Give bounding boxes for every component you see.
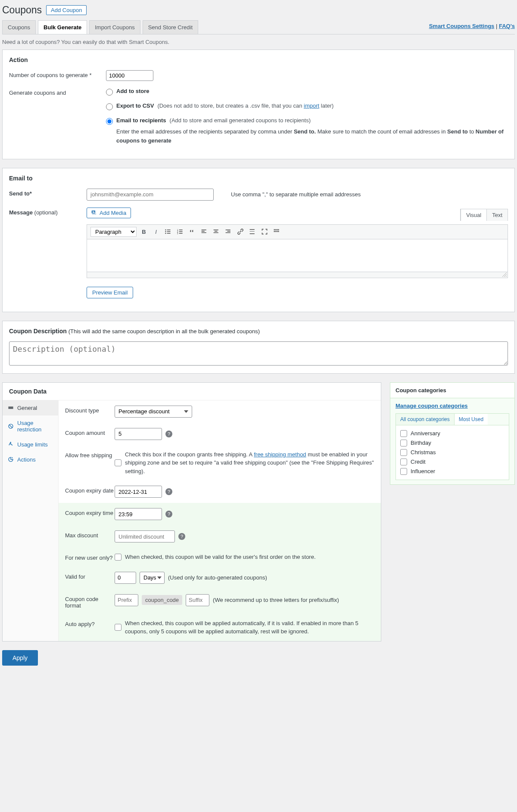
free-shipping-link[interactable]: free shipping method: [254, 451, 306, 458]
fullscreen-icon[interactable]: [260, 227, 269, 236]
cat-tab-most-used[interactable]: Most Used: [455, 414, 488, 425]
help-icon[interactable]: ?: [165, 511, 172, 518]
category-checkbox[interactable]: [400, 468, 407, 475]
category-label: Anniversary: [411, 430, 440, 437]
expiry-time-input[interactable]: [115, 508, 162, 520]
add-media-button[interactable]: Add Media: [87, 208, 131, 218]
valid-for-number-input[interactable]: [115, 572, 136, 584]
category-checkbox[interactable]: [400, 459, 407, 465]
max-discount-input[interactable]: [115, 530, 175, 542]
bullet-list-icon[interactable]: [163, 227, 173, 236]
svg-rect-25: [275, 229, 276, 230]
readmore-icon[interactable]: [248, 227, 257, 236]
description-title: Coupon Description (This will add the sa…: [9, 328, 508, 335]
svg-rect-28: [274, 231, 275, 232]
category-checkbox[interactable]: [400, 449, 407, 456]
expiry-date-input[interactable]: [115, 486, 162, 498]
tab-bulk-generate[interactable]: Bulk Generate: [38, 20, 87, 34]
svg-rect-7: [179, 229, 183, 230]
sidebar-item-general[interactable]: General: [3, 400, 58, 415]
italic-icon[interactable]: I: [151, 227, 161, 236]
visual-tab[interactable]: Visual: [461, 209, 486, 221]
help-icon[interactable]: ?: [165, 431, 172, 437]
manage-categories-link[interactable]: Manage coupon categories: [396, 403, 468, 409]
category-item: Influencer: [400, 467, 505, 476]
email-title: Email to: [9, 175, 508, 182]
media-icon: [91, 210, 97, 216]
email-detail: Enter the email addresses of the recipie…: [116, 127, 508, 146]
svg-rect-19: [227, 231, 230, 232]
new-user-label: For new user only?: [65, 553, 115, 561]
radio-email-recipients[interactable]: [106, 118, 113, 125]
link-icon[interactable]: [236, 227, 245, 236]
bold-icon[interactable]: B: [139, 227, 149, 236]
tab-send-store-credit[interactable]: Send Store Credit: [143, 20, 198, 34]
tab-import-coupons[interactable]: Import Coupons: [89, 20, 140, 34]
prefix-input[interactable]: [115, 594, 138, 606]
svg-rect-22: [250, 231, 255, 232]
svg-text:3: 3: [177, 232, 178, 235]
align-left-icon[interactable]: [199, 227, 209, 236]
svg-rect-3: [167, 231, 171, 232]
svg-rect-30: [277, 231, 277, 232]
new-user-checkbox[interactable]: [115, 554, 121, 561]
resize-grip-icon[interactable]: [502, 273, 507, 277]
editor-textarea[interactable]: [87, 239, 508, 272]
valid-for-unit-select[interactable]: Days: [140, 572, 165, 584]
import-link[interactable]: import: [304, 102, 319, 109]
page-hint: Need a lot of coupons? You can easily do…: [2, 34, 515, 50]
categories-title: Coupon categories: [390, 383, 514, 398]
help-icon[interactable]: ?: [178, 533, 185, 540]
help-icon[interactable]: ?: [165, 488, 172, 495]
coupon-amount-input[interactable]: [115, 428, 162, 440]
svg-rect-16: [215, 231, 217, 232]
radio-add-to-store[interactable]: [106, 89, 113, 96]
align-center-icon[interactable]: [212, 227, 221, 236]
free-shipping-checkbox[interactable]: [115, 459, 121, 466]
max-discount-label: Max discount: [65, 530, 115, 539]
preview-email-button[interactable]: Preview Email: [87, 287, 133, 298]
page-title: Coupons: [2, 4, 42, 16]
category-label: Birthday: [411, 440, 431, 446]
new-user-desc: When checked, this coupon will be valid …: [125, 553, 316, 561]
tab-coupons[interactable]: Coupons: [2, 20, 36, 34]
category-item: Christmas: [400, 448, 505, 457]
category-item: Birthday: [400, 438, 505, 448]
add-coupon-button[interactable]: Add Coupon: [46, 5, 87, 15]
top-links: Smart Coupons Settings | FAQ's: [429, 20, 515, 34]
faq-link[interactable]: FAQ's: [499, 23, 515, 29]
svg-rect-31: [278, 231, 279, 232]
coupon-amount-label: Coupon amount: [65, 428, 115, 436]
quote-icon[interactable]: [187, 227, 197, 236]
svg-rect-24: [274, 229, 275, 230]
svg-rect-21: [250, 229, 255, 230]
send-to-input[interactable]: [87, 189, 214, 201]
sidebar-item-usage-restriction[interactable]: Usage restriction: [3, 415, 58, 437]
number-list-icon[interactable]: 123: [175, 227, 185, 236]
category-item: Credit: [400, 457, 505, 467]
editor-toolbar: Paragraph B I 123: [87, 225, 508, 239]
sidebar-item-actions[interactable]: Actions: [3, 452, 58, 467]
auto-apply-checkbox[interactable]: [115, 624, 121, 631]
sidebar-item-usage-limits[interactable]: Usage limits: [3, 437, 58, 452]
num-coupons-input[interactable]: [106, 70, 153, 81]
paragraph-select[interactable]: Paragraph: [90, 227, 137, 237]
action-title: Action: [9, 56, 508, 63]
radio-add-label: Add to store: [116, 88, 149, 94]
cat-tab-all[interactable]: All coupon categories: [396, 414, 455, 425]
apply-button[interactable]: Apply: [2, 650, 38, 666]
svg-rect-14: [202, 232, 206, 233]
email-panel: Email to Send to* Use comma "," to separ…: [2, 168, 515, 312]
description-textarea[interactable]: [9, 341, 508, 366]
text-tab[interactable]: Text: [486, 209, 508, 221]
toolbar-toggle-icon[interactable]: [272, 227, 281, 236]
align-right-icon[interactable]: [224, 227, 233, 236]
radio-export-csv[interactable]: [106, 103, 113, 110]
smart-coupons-settings-link[interactable]: Smart Coupons Settings: [429, 23, 495, 29]
suffix-input[interactable]: [186, 594, 209, 606]
discount-type-select[interactable]: Percentage discount: [115, 406, 192, 418]
action-panel: Action Number of coupons to generate * G…: [2, 50, 515, 159]
free-shipping-label: Allow free shipping: [65, 450, 115, 459]
category-checkbox[interactable]: [400, 440, 407, 446]
category-checkbox[interactable]: [400, 430, 407, 437]
